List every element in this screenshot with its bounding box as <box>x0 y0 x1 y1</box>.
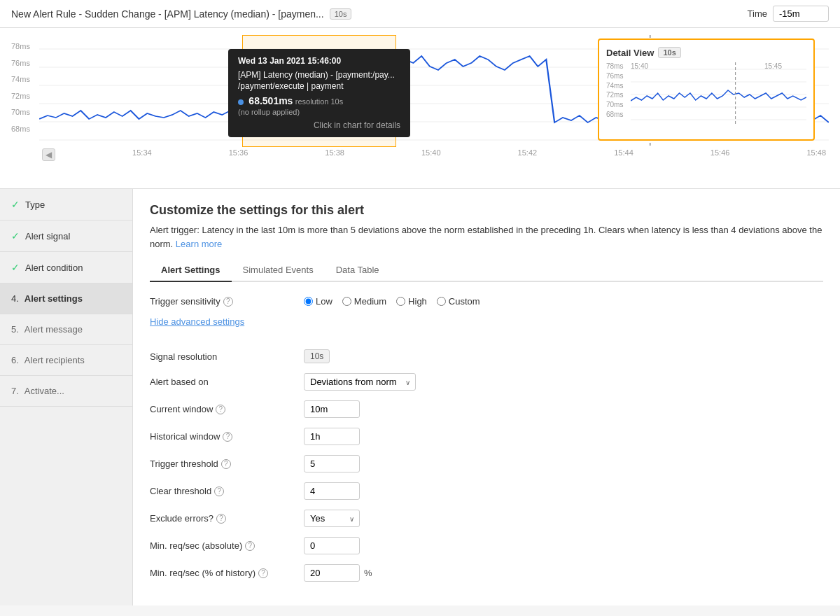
current-window-label-text: Current window <box>150 404 213 414</box>
historical-window-help-icon[interactable]: ? <box>223 432 232 442</box>
alert-based-on-row: Alert based on Deviations from norm <box>150 373 823 391</box>
historical-window-input[interactable] <box>304 428 360 445</box>
sidebar-item-alert-signal[interactable]: ✓ Alert signal <box>0 220 132 252</box>
clear-threshold-input[interactable] <box>304 482 360 500</box>
min-req-sec-pct-row: Min. req/sec (% of history) ? % <box>150 564 823 582</box>
exclude-errors-select-wrap: Yes No <box>304 510 360 527</box>
min-req-sec-pct-input[interactable] <box>304 564 360 582</box>
x-label-nav[interactable]: ◀ <box>42 148 55 161</box>
tab-data-table[interactable]: Data Table <box>325 260 391 282</box>
sidebar-item-alert-recipients[interactable]: 6. Alert recipients <box>0 345 132 376</box>
tab-alert-settings[interactable]: Alert Settings <box>150 260 232 282</box>
x-label-4: 15:40 <box>421 148 441 161</box>
alert-based-on-select[interactable]: Deviations from norm <box>304 373 416 391</box>
signal-resolution-label: Signal resolution <box>150 351 304 362</box>
min-req-sec-abs-label-text: Min. req/sec (absolute) <box>150 540 242 551</box>
current-window-input[interactable] <box>304 400 360 418</box>
tabs-bar: Alert Settings Simulated Events Data Tab… <box>150 260 823 282</box>
exclude-errors-label: Exclude errors? ? <box>150 513 304 524</box>
tooltip-timestamp: Wed 13 Jan 2021 15:46:00 <box>238 56 400 66</box>
radio-medium-input[interactable] <box>342 297 351 306</box>
trigger-sensitivity-help-icon[interactable]: ? <box>223 297 233 307</box>
historical-window-label: Historical window ? <box>150 431 304 442</box>
main-layout: ✓ Type ✓ Alert signal ✓ Alert condition … <box>0 189 840 606</box>
detail-svg-wrapper <box>631 62 806 125</box>
y-label-3: 74ms <box>11 75 30 83</box>
x-label-2: 15:36 <box>229 148 248 161</box>
min-req-sec-pct-wrap: % <box>304 564 372 582</box>
clear-threshold-label-text: Clear threshold <box>150 486 211 496</box>
x-label-6: 15:44 <box>614 148 634 161</box>
time-input[interactable] <box>773 6 829 22</box>
chart-y-labels: 78ms 76ms 74ms 72ms 70ms 68ms <box>11 42 30 133</box>
pct-suffix: % <box>364 568 372 578</box>
radio-custom[interactable]: Custom <box>437 296 480 307</box>
header-badge: 10s <box>330 8 352 20</box>
sidebar-label-alert-condition: Alert condition <box>25 262 83 273</box>
min-req-sec-pct-help-icon[interactable]: ? <box>258 568 268 578</box>
detail-view: Detail View 10s 78ms 76ms 74ms 72ms 70ms… <box>598 38 815 141</box>
trigger-threshold-input[interactable] <box>304 455 360 472</box>
min-req-sec-abs-help-icon[interactable]: ? <box>245 541 255 551</box>
sidebar-item-alert-condition[interactable]: ✓ Alert condition <box>0 252 132 284</box>
learn-more-link[interactable]: Learn more <box>176 239 222 249</box>
min-req-sec-pct-label: Min. req/sec (% of history) ? <box>150 568 304 578</box>
min-req-sec-abs-input[interactable] <box>304 537 360 554</box>
tooltip-note: (no rollup applied) <box>238 108 400 116</box>
sidebar-item-alert-settings[interactable]: 4. Alert settings <box>0 284 132 314</box>
historical-window-row: Historical window ? <box>150 428 823 445</box>
current-window-help-icon[interactable]: ? <box>216 405 225 414</box>
radio-medium[interactable]: Medium <box>342 296 386 307</box>
clear-threshold-row: Clear threshold ? <box>150 482 823 500</box>
chart-x-labels: ◀ 15:34 15:36 15:38 15:40 15:42 15:44 15… <box>39 148 829 161</box>
trigger-sensitivity-row: Trigger sensitivity ? Low Medium High <box>150 296 823 307</box>
sidebar-label-alert-message: Alert message <box>24 324 83 335</box>
check-icon-alert-signal: ✓ <box>11 230 20 241</box>
signal-resolution-row: Signal resolution 10s <box>150 349 823 363</box>
clear-threshold-help-icon[interactable]: ? <box>214 486 224 496</box>
sidebar-item-alert-message[interactable]: 5. Alert message <box>0 314 132 345</box>
radio-high[interactable]: High <box>396 296 427 307</box>
advanced-settings-link[interactable]: Hide advanced settings <box>150 316 244 327</box>
exclude-errors-select[interactable]: Yes No <box>304 510 360 527</box>
historical-window-label-text: Historical window <box>150 431 220 442</box>
alert-based-on-label: Alert based on <box>150 377 304 387</box>
radio-low[interactable]: Low <box>304 296 332 307</box>
trigger-threshold-label: Trigger threshold ? <box>150 458 304 469</box>
trigger-threshold-help-icon[interactable]: ? <box>221 459 231 469</box>
content-title: Customize the settings for this alert <box>150 203 823 218</box>
sidebar-label-alert-settings: Alert settings <box>24 293 83 304</box>
radio-high-input[interactable] <box>396 297 405 306</box>
detail-y-labels: 78ms 76ms 74ms 72ms 70ms 68ms <box>606 62 623 118</box>
y-label-4: 72ms <box>11 92 30 100</box>
y-label-6: 68ms <box>11 125 30 133</box>
radio-low-label: Low <box>316 296 332 307</box>
trigger-threshold-row: Trigger threshold ? <box>150 455 823 472</box>
sidebar-item-type[interactable]: ✓ Type <box>0 189 132 220</box>
exclude-errors-help-icon[interactable]: ? <box>216 514 226 524</box>
radio-custom-input[interactable] <box>437 297 446 306</box>
check-icon-type: ✓ <box>11 199 20 210</box>
radio-low-input[interactable] <box>304 297 313 306</box>
tooltip-dot <box>238 99 244 105</box>
x-label-5: 15:42 <box>518 148 538 161</box>
step-number-5: 5. <box>11 324 19 335</box>
x-label-7: 15:46 <box>710 148 730 161</box>
signal-resolution-badge: 10s <box>304 349 330 363</box>
x-label-1: 15:34 <box>132 148 152 161</box>
page-title: New Alert Rule - Sudden Change - [APM] L… <box>11 8 324 20</box>
detail-view-title: Detail View 10s <box>606 47 806 58</box>
sidebar-item-activate[interactable]: 7. Activate... <box>0 376 132 407</box>
current-window-row: Current window ? <box>150 400 823 418</box>
min-req-sec-abs-label: Min. req/sec (absolute) ? <box>150 540 304 551</box>
main-chart[interactable]: 78ms 76ms 74ms 72ms 70ms 68ms <box>11 35 829 161</box>
trigger-sensitivity-label-text: Trigger sensitivity <box>150 296 220 307</box>
detail-chart-svg <box>631 62 806 125</box>
alert-description-text: Alert trigger: Latency in the last 10m i… <box>150 225 822 249</box>
x-label-8: 15:48 <box>806 148 826 161</box>
content-area: Customize the settings for this alert Al… <box>133 189 840 606</box>
trigger-sensitivity-label: Trigger sensitivity ? <box>150 296 304 307</box>
tab-simulated-events[interactable]: Simulated Events <box>232 260 325 282</box>
detail-chart[interactable]: 78ms 76ms 74ms 72ms 70ms 68ms <box>606 62 806 132</box>
detail-title-text: Detail View <box>606 48 654 58</box>
